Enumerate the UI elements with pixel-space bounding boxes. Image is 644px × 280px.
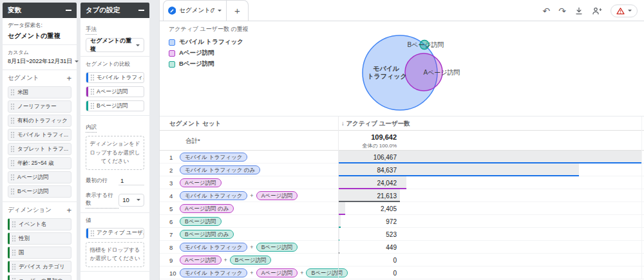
segment-pill[interactable]: モバイル トラフィック [180,191,247,200]
rows-shown-select[interactable]: 10 [118,194,144,207]
table-row[interactable]: 6Bページ訪問972 [160,215,644,228]
segment-chip[interactable]: タブレット トラフ... [8,143,71,155]
column-header-active-users[interactable]: ↓ アクティブ ユーザー数 [341,120,410,128]
segment-chip[interactable]: 年齢: 25~54 歳 [8,157,71,169]
dimension-chip[interactable]: 国 [8,247,71,259]
breakdown-drop-zone[interactable]: ディメンションをドロップするか選択してください [86,136,144,170]
first-row-input[interactable]: 1 [118,176,144,185]
value-cell: 523 [338,231,397,238]
table-row[interactable]: 2モバイル トラフィック のみ84,637 [160,163,644,176]
table-row[interactable]: 4モバイル トラフィック+Aページ訪問21,613 [160,189,644,202]
dimension-chip[interactable]: デバイス カテゴリ [8,261,71,273]
total-label: 合計* [185,137,200,145]
minimize-icon[interactable] [66,10,71,11]
segment-pill[interactable]: モバイル トラフィック のみ [180,165,260,174]
drag-handle-icon[interactable] [90,230,95,237]
table-header-row: セグメント セット ↓ アクティブ ユーザー数 [160,117,644,131]
segment-comparison-list: モバイル トラフィ...Aページ訪問Bページ訪問 [86,72,144,111]
segment-pill[interactable]: Aページ訪問 のみ [180,204,234,213]
date-range-picker[interactable]: 8月1日~2022年12月31日 [8,57,71,66]
drag-handle-icon[interactable] [90,88,95,95]
drag-handle-icon[interactable] [10,117,15,124]
undo-button[interactable]: ↶ [543,6,551,15]
table-row[interactable]: 8モバイル トラフィック+Bページ訪問449 [160,241,644,254]
chevron-down-icon[interactable] [218,10,222,12]
drag-handle-icon[interactable] [10,103,15,110]
segment-pill[interactable]: Bページ訪問 [180,217,222,226]
comparison-segment-chip[interactable]: Aページ訪問 [86,86,144,97]
drag-handle-icon[interactable] [10,89,15,96]
drag-handle-icon[interactable] [10,160,15,167]
rows-shown-label: 表示する行数 [86,192,118,209]
plus-separator: + [250,244,253,250]
segment-pill[interactable]: モバイル トラフィック [180,243,247,252]
segment-pills: Aページ訪問 のみ [180,202,234,214]
drag-handle-icon[interactable] [12,221,16,228]
sampling-status-badge[interactable] [611,5,638,17]
segment-pill[interactable]: モバイル トラフィック [180,268,247,277]
rows-shown-value: 10 [122,196,129,203]
table-right-border [641,117,642,279]
segment-pill[interactable]: Aページ訪問 [256,268,298,277]
table-row[interactable]: 3Aページ訪問24,042 [160,176,644,189]
segment-pill[interactable]: モバイル トラフィック [180,153,247,162]
table-row[interactable]: 1モバイル トラフィック106,467 [160,151,644,163]
add-dimension-button[interactable]: + [66,206,71,214]
tab-segment-overlap[interactable]: セグメントの... [164,1,227,21]
segment-pill[interactable]: Aページ訪問 [256,191,298,200]
dimension-chip[interactable]: イベント名 [8,218,71,230]
value-cell: 972 [338,218,397,225]
value-cell: 0 [338,257,397,264]
segment-pill[interactable]: Aページ訪問 [180,256,222,265]
segment-pill[interactable]: Bページ訪問 のみ [180,230,234,239]
table-row[interactable]: 10モバイル トラフィック+Aページ訪問+Bページ訪問0 [160,266,644,279]
dimension-chip[interactable]: ユーザーの最初の... [8,275,71,280]
divider [3,70,77,70]
row-number: 4 [169,192,173,200]
minimize-icon[interactable] [138,10,144,11]
drag-handle-icon[interactable] [12,249,16,256]
drag-handle-icon[interactable] [10,131,15,138]
exploration-name[interactable]: セグメントの重複 [8,32,71,41]
drag-handle-icon[interactable] [12,263,16,270]
row-number: 7 [169,231,173,238]
new-tab-button[interactable]: + [227,1,248,21]
segment-chip[interactable]: 米国 [8,86,71,98]
values-drop-zone[interactable]: 指標をドロップするか選択してください [86,242,144,267]
add-segment-button[interactable]: + [66,74,71,82]
segment-chip[interactable]: 有料のトラフィック [8,115,71,127]
segments-section-title: セグメント [8,74,39,82]
metric-color-bar [86,229,88,238]
segment-chip[interactable]: Aページ訪問 [8,171,71,183]
segment-chip[interactable]: モバイル トラフィ... [8,129,71,141]
technique-select[interactable]: セグメントの重複 [86,38,144,52]
download-button[interactable] [574,6,583,15]
dimension-chip-label: 性別 [19,235,30,243]
drag-handle-icon[interactable] [10,145,15,153]
drag-handle-icon[interactable] [12,277,16,280]
drag-handle-icon[interactable] [12,235,16,242]
table-row[interactable]: 7Bページ訪問 のみ523 [160,228,644,241]
share-user-button[interactable] [592,6,602,15]
drag-handle-icon[interactable] [10,174,15,181]
drag-handle-icon[interactable] [90,74,95,81]
dimension-chip[interactable]: 性別 [8,232,71,245]
comparison-segment-chip[interactable]: Bページ訪問 [86,100,144,111]
segment-pill[interactable]: Bページ訪問 [230,256,272,265]
value-metric-chip[interactable]: アクティブ ユーザ... [86,228,144,239]
tab-label: セグメントの... [179,6,214,15]
canvas-area: セグメントの... + ↶ ↷ [159,0,644,280]
column-header-segment-set[interactable]: セグメント セット [169,120,221,128]
first-row-label: 最初の行 [86,177,108,185]
segment-pill[interactable]: Bページ訪問 [256,243,298,252]
table-row[interactable]: 5Aページ訪問 のみ2,405 [160,202,644,215]
drag-handle-icon[interactable] [10,188,15,195]
comparison-segment-chip[interactable]: モバイル トラフィ... [86,72,144,83]
comparison-segment-label: Bページ訪問 [97,102,128,110]
segment-chip[interactable]: Bページ訪問 [8,185,71,198]
table-row[interactable]: 9Aページ訪問+Bページ訪問0 [160,254,644,266]
redo-button[interactable]: ↷ [558,6,566,15]
segment-chip[interactable]: ノーリファラー [8,100,71,113]
drag-handle-icon[interactable] [90,102,95,109]
segment-pill[interactable]: Aページ訪問 [180,178,222,187]
